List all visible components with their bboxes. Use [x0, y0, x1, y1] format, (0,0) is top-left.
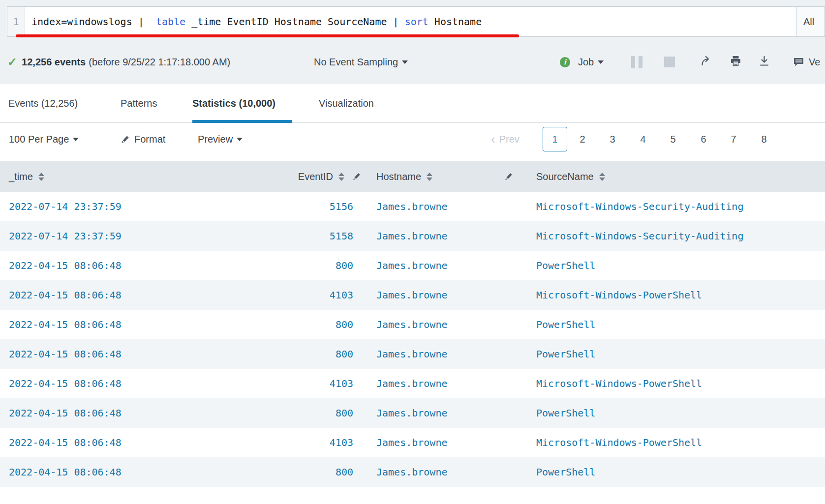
query-segment: Hostname [428, 16, 482, 28]
cell-sourcename[interactable]: Microsoft-Windows-PowerShell [536, 280, 702, 310]
cell-sourcename[interactable]: Microsoft-Windows-Security-Auditing [536, 192, 743, 221]
cell-hostname[interactable]: James.browne [376, 457, 448, 487]
cell-sourcename[interactable]: PowerShell [536, 310, 595, 339]
pagination-page-5[interactable]: 5 [666, 123, 680, 155]
column-header-hostname[interactable]: Hostname [376, 161, 432, 192]
cell-hostname[interactable]: James.browne [376, 398, 448, 428]
pagination-page-7[interactable]: 7 [726, 123, 741, 155]
cell-eventid[interactable]: 800 [266, 398, 353, 428]
preview-dropdown[interactable]: Preview [198, 123, 243, 155]
column-header-sourcename[interactable]: SourceName [536, 161, 605, 192]
cell-sourcename[interactable]: PowerShell [536, 251, 595, 280]
cell-time[interactable]: 2022-04-15 08:06:48 [9, 251, 122, 280]
time-range-label: All [803, 16, 814, 28]
job-dropdown[interactable]: Job [578, 49, 604, 75]
cell-hostname[interactable]: James.browne [376, 310, 448, 339]
search-mode-dropdown[interactable]: Ve [793, 49, 820, 75]
per-page-label: 100 Per Page [9, 134, 69, 145]
cell-time[interactable]: 2022-04-15 08:06:48 [9, 428, 122, 457]
search-mode-label: Ve [809, 57, 820, 68]
pagination-page-6[interactable]: 6 [696, 123, 711, 155]
print-button[interactable] [730, 49, 741, 75]
result-count: ✓ 12,256 events (before 9/25/22 1:17:18.… [7, 49, 230, 75]
cell-sourcename[interactable]: PowerShell [536, 339, 595, 369]
cell-sourcename[interactable]: Microsoft-Windows-PowerShell [536, 369, 702, 398]
tab-events[interactable]: Events (12,256) [8, 84, 78, 123]
cell-sourcename[interactable]: Microsoft-Windows-Security-Auditing [536, 221, 743, 251]
cell-hostname[interactable]: James.browne [376, 339, 448, 369]
search-line-gutter: 1 [7, 7, 25, 36]
format-button[interactable]: Format [121, 123, 165, 155]
chevron-down-icon [237, 138, 243, 141]
edit-column-eventid-icon[interactable] [352, 161, 361, 192]
page-number: 8 [761, 134, 766, 145]
stop-button[interactable] [664, 49, 675, 75]
speech-bubble-icon [793, 57, 804, 67]
event-sampling-dropdown[interactable]: No Event Sampling [314, 49, 408, 75]
cell-eventid[interactable]: 800 [266, 251, 353, 280]
share-icon [701, 56, 712, 68]
cell-eventid[interactable]: 4103 [266, 428, 353, 457]
pagination-page-3[interactable]: 3 [605, 123, 620, 155]
cell-time[interactable]: 2022-04-15 08:06:48 [9, 369, 122, 398]
pause-button[interactable] [631, 49, 642, 75]
table-row: 2022-04-15 08:06:48 4103 James.browne Mi… [0, 428, 825, 457]
cell-eventid[interactable]: 4103 [266, 369, 353, 398]
job-label: Job [578, 57, 594, 68]
print-icon [730, 56, 741, 68]
cell-time[interactable]: 2022-04-15 08:06:48 [9, 280, 122, 310]
column-header-eventid[interactable]: EventID [236, 161, 344, 192]
tab-label: Events (12,256) [8, 98, 78, 109]
tab-statistics[interactable]: Statistics (10,000) [192, 84, 275, 123]
cell-eventid[interactable]: 4103 [266, 280, 353, 310]
tab-label: Visualization [319, 98, 374, 109]
page-number: 3 [610, 134, 615, 145]
table-row: 2022-04-15 08:06:48 800 James.browne Pow… [0, 339, 825, 369]
cell-time[interactable]: 2022-04-15 08:06:48 [9, 398, 122, 428]
export-button[interactable] [759, 49, 769, 75]
cell-hostname[interactable]: James.browne [376, 428, 448, 457]
search-bar: 1 index=windowslogs | table _time EventI… [7, 6, 825, 37]
cell-hostname[interactable]: James.browne [376, 221, 448, 251]
time-range-picker[interactable]: All [796, 7, 825, 36]
table-row: 2022-04-15 08:06:48 4103 James.browne Mi… [0, 369, 825, 398]
cell-time[interactable]: 2022-04-15 08:06:48 [9, 310, 122, 339]
tab-patterns[interactable]: Patterns [121, 84, 157, 123]
check-icon: ✓ [7, 55, 17, 69]
tab-visualization[interactable]: Visualization [319, 84, 374, 123]
cell-time[interactable]: 2022-04-15 08:06:48 [9, 457, 122, 487]
pagination-page-2[interactable]: 2 [575, 123, 590, 155]
cell-eventid[interactable]: 800 [266, 310, 353, 339]
table-row: 2022-04-15 08:06:48 800 James.browne Pow… [0, 457, 825, 487]
cell-sourcename[interactable]: PowerShell [536, 398, 595, 428]
cell-hostname[interactable]: James.browne [376, 280, 448, 310]
cell-time[interactable]: 2022-07-14 23:37:59 [9, 221, 122, 251]
annotation-red-underline [16, 34, 519, 37]
edit-column-hostname-icon[interactable] [504, 161, 513, 192]
cell-hostname[interactable]: James.browne [376, 369, 448, 398]
search-line-number: 1 [13, 16, 19, 28]
cell-hostname[interactable]: James.browne [376, 251, 448, 280]
cell-eventid[interactable]: 5158 [266, 221, 353, 251]
cell-eventid[interactable]: 800 [266, 339, 353, 369]
per-page-dropdown[interactable]: 100 Per Page [9, 123, 79, 155]
pagination-prev[interactable]: ‹ Prev [491, 123, 519, 155]
cell-eventid[interactable]: 800 [266, 457, 353, 487]
pagination-page-4[interactable]: 4 [636, 123, 650, 155]
sort-icon [38, 173, 44, 181]
column-header-time[interactable]: _time [9, 161, 44, 192]
tab-label: Patterns [121, 98, 157, 109]
cell-sourcename[interactable]: PowerShell [536, 457, 595, 487]
pagination-page-1[interactable]: 1 [543, 127, 567, 151]
cell-sourcename[interactable]: Microsoft-Windows-PowerShell [536, 428, 702, 457]
cell-hostname[interactable]: James.browne [376, 192, 448, 221]
pagination-page-8[interactable]: 8 [757, 123, 771, 155]
share-button[interactable] [701, 49, 712, 75]
cell-time[interactable]: 2022-07-14 23:37:59 [9, 192, 122, 221]
search-input[interactable]: index=windowslogs | table _time EventID … [25, 7, 796, 36]
page-number: 1 [552, 134, 557, 145]
cell-time[interactable]: 2022-04-15 08:06:48 [9, 339, 122, 369]
cell-eventid[interactable]: 5156 [266, 192, 353, 221]
sort-icon [599, 173, 605, 181]
column-label: EventID [298, 171, 333, 182]
